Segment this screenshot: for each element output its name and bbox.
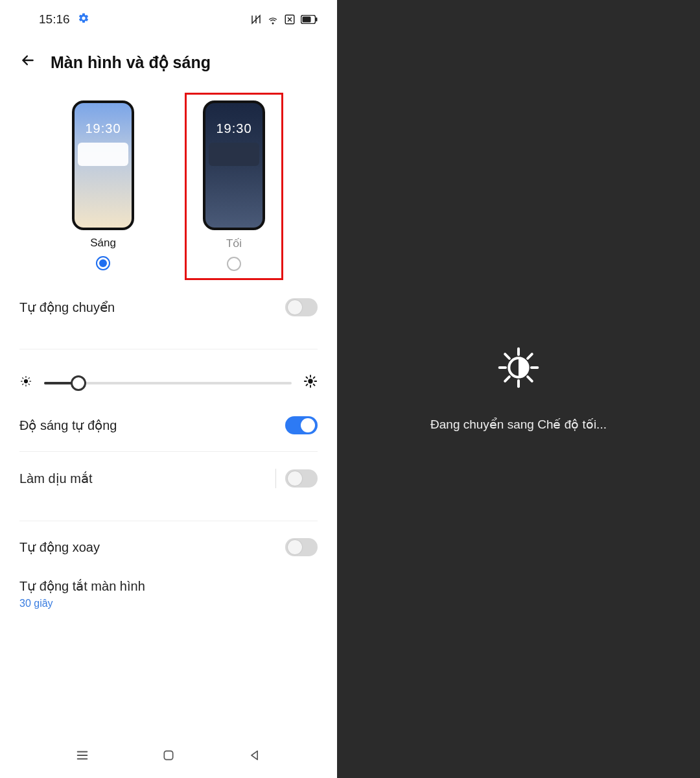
toggle-auto-brightness[interactable]: [285, 416, 318, 434]
brightness-slider-row: [0, 355, 337, 405]
close-box-icon: [284, 14, 296, 25]
svg-line-19: [314, 384, 315, 386]
transition-message: Đang chuyển sang Chế độ tối...: [430, 417, 607, 432]
label-screen-off: Tự động tắt màn hình: [19, 578, 318, 594]
nav-recent-button[interactable]: [74, 747, 91, 764]
label-auto-switch: Tự động chuyển: [19, 300, 115, 315]
nav-back-button[interactable]: [246, 747, 263, 764]
svg-rect-2: [303, 17, 311, 23]
theme-label-dark: Tối: [226, 237, 242, 250]
status-left: 15:16: [39, 12, 89, 27]
divider: [19, 521, 318, 521]
divider: [19, 451, 318, 452]
svg-line-30: [505, 354, 509, 359]
row-auto-switch[interactable]: Tự động chuyển: [0, 287, 337, 328]
theme-selector: 19:30 Sáng 19:30 Tối: [0, 80, 337, 287]
settings-screen: 15:16 Màn hình và độ sáng: [0, 0, 337, 778]
label-eye-comfort: Làm dịu mắt: [19, 471, 92, 486]
radio-dark[interactable]: [227, 257, 241, 271]
toggle-auto-rotate[interactable]: [285, 538, 318, 556]
nfc-icon: [250, 14, 262, 25]
theme-label-light: Sáng: [90, 237, 116, 250]
sun-low-icon: [19, 375, 32, 391]
theme-option-light[interactable]: 19:30 Sáng: [54, 93, 152, 280]
svg-rect-3: [316, 18, 318, 21]
battery-icon: [301, 15, 318, 24]
nav-bar: [0, 733, 337, 778]
preview-time-dark: 19:30: [205, 121, 262, 136]
status-right: [250, 14, 318, 25]
brightness-icon: [498, 347, 539, 391]
toggle-auto-switch[interactable]: [285, 298, 318, 316]
label-auto-brightness: Độ sáng tự động: [19, 418, 117, 433]
divider: [19, 349, 318, 349]
theme-option-dark[interactable]: 19:30 Tối: [185, 93, 283, 280]
svg-line-33: [528, 354, 532, 359]
page-title: Màn hình và độ sáng: [51, 53, 211, 72]
row-auto-brightness[interactable]: Độ sáng tự động: [0, 405, 337, 446]
vertical-divider: [275, 469, 276, 488]
svg-line-10: [29, 384, 29, 384]
svg-point-13: [308, 379, 312, 383]
status-time: 15:16: [39, 12, 70, 27]
svg-point-4: [25, 380, 28, 383]
preview-time-light: 19:30: [75, 121, 132, 136]
svg-line-20: [306, 384, 307, 386]
label-auto-rotate: Tự động xoay: [19, 539, 100, 555]
preview-bar: [209, 143, 259, 166]
svg-line-9: [23, 378, 23, 379]
brightness-slider[interactable]: [44, 382, 292, 384]
svg-line-21: [314, 377, 315, 378]
wifi-icon: [267, 14, 279, 25]
value-screen-off: 30 giây: [19, 598, 318, 609]
back-button[interactable]: [19, 52, 36, 73]
svg-line-31: [528, 377, 532, 381]
row-auto-rotate[interactable]: Tự động xoay: [0, 526, 337, 568]
row-eye-comfort[interactable]: Làm dịu mắt: [0, 457, 337, 500]
radio-light[interactable]: [96, 256, 110, 270]
svg-line-11: [23, 384, 23, 384]
nav-home-button[interactable]: [160, 747, 177, 764]
header: Màn hình và độ sáng: [0, 32, 337, 80]
svg-line-18: [306, 377, 307, 378]
svg-rect-25: [164, 751, 172, 759]
svg-line-12: [29, 378, 29, 379]
preview-bar: [78, 143, 128, 166]
gear-icon: [78, 12, 89, 27]
transition-screen: Đang chuyển sang Chế độ tối...: [337, 0, 700, 778]
phone-preview-light: 19:30: [72, 100, 134, 230]
phone-preview-dark: 19:30: [203, 100, 265, 230]
row-screen-off[interactable]: Tự động tắt màn hình 30 giây: [0, 568, 337, 622]
status-bar: 15:16: [0, 0, 337, 32]
svg-line-32: [505, 377, 509, 381]
toggle-eye-comfort[interactable]: [285, 469, 318, 488]
sun-high-icon: [303, 374, 318, 392]
slider-thumb[interactable]: [71, 375, 86, 391]
